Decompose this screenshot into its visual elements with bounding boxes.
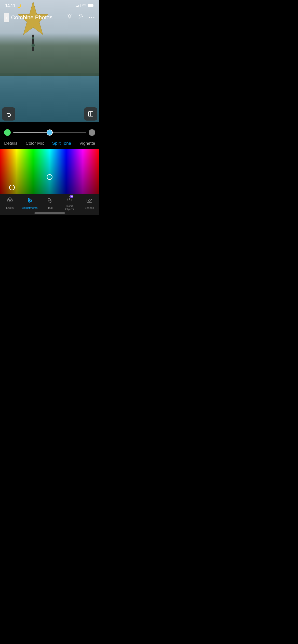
slider-thumb[interactable] <box>47 129 53 136</box>
nav-looks[interactable]: Looks <box>2 197 18 209</box>
moon-icon: 🌙 <box>17 4 21 8</box>
svg-line-10 <box>67 15 68 15</box>
bottom-nav: Looks Adjustments Heal <box>0 194 99 215</box>
color-gradient[interactable] <box>0 149 99 194</box>
looks-icon <box>7 197 13 205</box>
slider-fill <box>13 132 50 133</box>
tab-bar: Details Color Mix Split Tone Vignette <box>0 138 99 149</box>
slider-area <box>0 129 99 136</box>
nav-insert-objects[interactable]: AI InsertObjects <box>62 196 77 211</box>
svg-point-29 <box>28 199 30 200</box>
wifi-icon <box>82 4 86 8</box>
svg-point-5 <box>32 44 35 47</box>
photo-controls <box>0 107 99 121</box>
nav-looks-label: Looks <box>6 206 13 209</box>
svg-line-18 <box>81 15 82 15</box>
back-button[interactable]: ‹ <box>4 13 9 22</box>
compare-button[interactable] <box>84 107 97 121</box>
nav-insert-objects-label: InsertObjects <box>65 205 74 211</box>
tab-split-tone[interactable]: Split Tone <box>50 140 73 147</box>
nav-lenses[interactable]: Lenses <box>82 197 97 209</box>
svg-point-30 <box>30 200 31 201</box>
svg-point-19 <box>82 16 83 16</box>
svg-point-38 <box>88 200 90 202</box>
nav-adjustments[interactable]: Adjustments <box>22 197 38 209</box>
lenses-icon <box>86 197 93 205</box>
svg-point-33 <box>49 200 50 201</box>
home-indicator <box>34 212 65 214</box>
slider-track[interactable] <box>13 132 86 133</box>
slider-gray-dot <box>89 129 95 136</box>
svg-point-20 <box>80 14 80 15</box>
battery-icon <box>88 4 94 8</box>
slider-green-dot <box>4 129 11 136</box>
signal-icon <box>76 4 80 7</box>
svg-point-32 <box>47 198 52 203</box>
svg-rect-1 <box>88 4 93 7</box>
nav-heal[interactable]: Heal <box>42 197 57 209</box>
status-bar: 14.11 🌙 <box>0 0 99 10</box>
header: ‹ Combine Photos <box>0 10 99 25</box>
ai-badge: AI <box>70 195 73 198</box>
nav-heal-label: Heal <box>47 206 53 209</box>
svg-line-11 <box>71 15 72 15</box>
svg-point-6 <box>68 15 71 17</box>
wand-icon[interactable] <box>77 13 84 22</box>
tab-vignette[interactable]: Vignette <box>77 140 97 147</box>
status-time: 14.11 <box>5 4 15 8</box>
tab-details[interactable]: Details <box>2 140 19 147</box>
svg-point-31 <box>29 201 30 202</box>
nav-adjustments-label: Adjustments <box>22 206 38 209</box>
tab-color-mix[interactable]: Color Mix <box>24 140 46 147</box>
insert-objects-icon: AI <box>66 196 73 204</box>
undo-button[interactable] <box>2 107 15 121</box>
svg-point-39 <box>91 199 92 200</box>
nav-lenses-label: Lenses <box>85 206 94 209</box>
color-picker-handle-main[interactable] <box>47 174 52 180</box>
status-icons <box>76 4 94 8</box>
svg-line-14 <box>79 16 81 19</box>
more-button[interactable]: ··· <box>89 14 95 21</box>
color-picker-handle-secondary[interactable] <box>9 185 15 190</box>
adjustments-icon <box>26 197 33 205</box>
svg-line-16 <box>79 16 79 16</box>
header-title: Combine Photos <box>11 14 52 21</box>
heal-icon <box>46 197 53 205</box>
svg-point-4 <box>32 37 34 39</box>
bulb-icon[interactable] <box>66 13 73 22</box>
color-picker-area[interactable] <box>0 149 99 194</box>
